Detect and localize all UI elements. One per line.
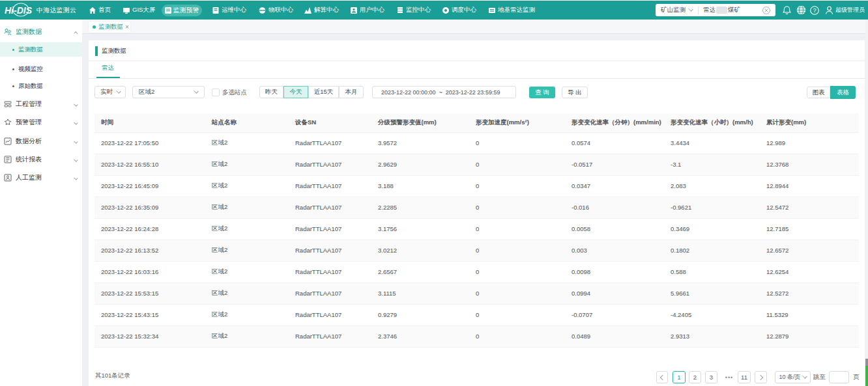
svg-text:?: ? [813, 7, 816, 14]
